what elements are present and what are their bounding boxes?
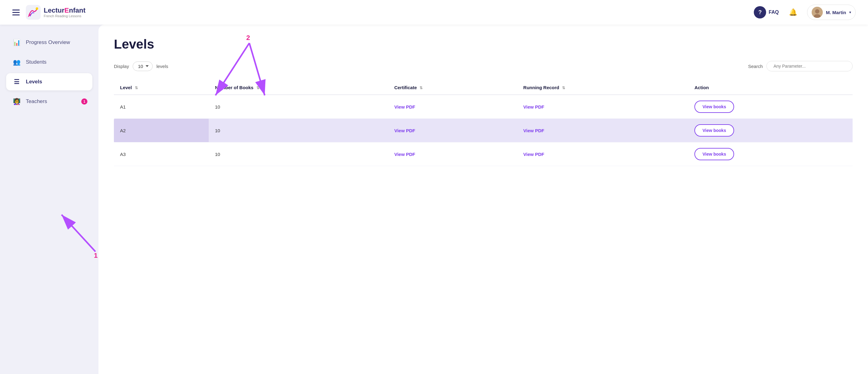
running-record-pdf-link-a1[interactable]: View PDF — [523, 104, 544, 109]
faq-label: FAQ — [769, 9, 779, 15]
cell-running-record: View PDF — [517, 142, 688, 166]
faq-icon: ? — [754, 6, 766, 19]
progress-overview-icon: 📊 — [12, 39, 21, 46]
hamburger-menu[interactable] — [12, 9, 20, 15]
levels-icon: ☰ — [12, 78, 21, 86]
table-header: Level ⇅ Number of Books ⇅ Certificate ⇅ — [114, 80, 852, 95]
logo-text: LecturEnfant French Reading Lessons — [44, 7, 86, 18]
logo-area: LecturEnfant French Reading Lessons — [26, 5, 86, 20]
view-books-button-a2[interactable]: View books — [694, 124, 734, 137]
faq-button[interactable]: ? FAQ — [754, 6, 779, 19]
logo-title: LecturEnfant — [44, 7, 86, 14]
cell-level: A1 — [114, 95, 209, 119]
table-controls: Display 10 25 50 levels Search — [114, 61, 852, 71]
running-record-pdf-link-a3[interactable]: View PDF — [523, 151, 544, 157]
display-suffix: levels — [156, 64, 168, 69]
cell-num-books: 10 — [209, 142, 388, 166]
user-menu[interactable]: M. Martin ▾ — [807, 5, 856, 20]
logo-highlight: E — [64, 6, 69, 14]
notification-bell[interactable]: 🔔 — [787, 7, 799, 18]
annotation-arrow-2: 2 — [98, 25, 868, 374]
header: LecturEnfant French Reading Lessons ? FA… — [0, 0, 868, 25]
running-record-pdf-link-a2[interactable]: View PDF — [523, 128, 544, 133]
sidebar-item-label: Teachers — [26, 98, 47, 105]
cell-num-books: 10 — [209, 95, 388, 119]
table-row: A1 10 View PDF View PDF View books — [114, 95, 852, 119]
sort-icon-certificate: ⇅ — [420, 86, 423, 90]
logo-icon — [26, 5, 41, 20]
levels-table: Level ⇅ Number of Books ⇅ Certificate ⇅ — [114, 80, 852, 166]
cell-running-record: View PDF — [517, 95, 688, 119]
table-row: A3 10 View PDF View PDF View books — [114, 142, 852, 166]
teachers-icon: 👩‍🏫 — [12, 98, 21, 105]
teachers-badge: 1 — [81, 98, 87, 105]
main-content: Levels Display 10 25 50 levels Search — [98, 25, 868, 374]
sort-icon-num-books: ⇅ — [256, 86, 259, 90]
sidebar-item-label: Levels — [26, 79, 42, 85]
cell-running-record: View PDF — [517, 119, 688, 142]
sidebar-item-label: Students — [26, 59, 46, 65]
certificate-pdf-link-a3[interactable]: View PDF — [394, 151, 415, 157]
sidebar-item-students[interactable]: 👥 Students — [6, 54, 92, 71]
logo-subtitle: French Reading Lessons — [44, 14, 86, 18]
sidebar: 📊 Progress Overview 👥 Students ☰ Levels … — [0, 25, 98, 122]
display-control: Display 10 25 50 levels — [114, 62, 168, 71]
col-header-level: Level ⇅ — [114, 80, 209, 95]
page-title: Levels — [114, 37, 852, 52]
col-header-certificate: Certificate ⇅ — [388, 80, 517, 95]
cell-action: View books — [688, 142, 852, 166]
cell-certificate: View PDF — [388, 95, 517, 119]
col-header-num-books: Number of Books ⇅ — [209, 80, 388, 95]
avatar — [812, 7, 823, 18]
header-right: ? FAQ 🔔 M. Martin ▾ — [754, 5, 856, 20]
sidebar-item-teachers[interactable]: 👩‍🏫 Teachers 1 — [6, 93, 92, 110]
table-row: A2 10 View PDF View PDF View books — [114, 119, 852, 142]
search-control: Search — [748, 61, 852, 71]
sidebar-item-progress-overview[interactable]: 📊 Progress Overview — [6, 34, 92, 51]
table: Level ⇅ Number of Books ⇅ Certificate ⇅ — [114, 80, 852, 166]
col-header-running-record: Running Record ⇅ — [517, 80, 688, 95]
sidebar-item-label: Progress Overview — [26, 39, 70, 45]
display-label: Display — [114, 64, 129, 69]
cell-certificate: View PDF — [388, 119, 517, 142]
display-select[interactable]: 10 25 50 — [133, 62, 153, 71]
svg-point-1 — [36, 7, 38, 10]
cell-level: A2 — [114, 119, 209, 142]
sort-icon-level: ⇅ — [135, 86, 138, 90]
cell-level: A3 — [114, 142, 209, 166]
view-books-button-a1[interactable]: View books — [694, 101, 734, 113]
main-layout: 📊 Progress Overview 👥 Students ☰ Levels … — [0, 25, 868, 374]
sort-icon-running-record: ⇅ — [562, 86, 565, 90]
header-left: LecturEnfant French Reading Lessons — [12, 5, 86, 20]
svg-line-6 — [62, 215, 95, 251]
cell-certificate: View PDF — [388, 142, 517, 166]
students-icon: 👥 — [12, 59, 21, 66]
certificate-pdf-link-a1[interactable]: View PDF — [394, 104, 415, 109]
table-body: A1 10 View PDF View PDF View books — [114, 95, 852, 166]
svg-text:1: 1 — [94, 251, 98, 259]
col-header-action: Action — [688, 80, 852, 95]
certificate-pdf-link-a2[interactable]: View PDF — [394, 128, 415, 133]
svg-point-3 — [815, 9, 819, 13]
chevron-down-icon: ▾ — [849, 10, 851, 14]
sidebar-item-levels[interactable]: ☰ Levels — [6, 73, 92, 91]
user-name: M. Martin — [826, 10, 846, 15]
view-books-button-a3[interactable]: View books — [694, 148, 734, 160]
cell-action: View books — [688, 119, 852, 142]
search-input[interactable] — [767, 61, 852, 71]
search-label: Search — [748, 64, 763, 69]
cell-action: View books — [688, 95, 852, 119]
cell-num-books: 10 — [209, 119, 388, 142]
